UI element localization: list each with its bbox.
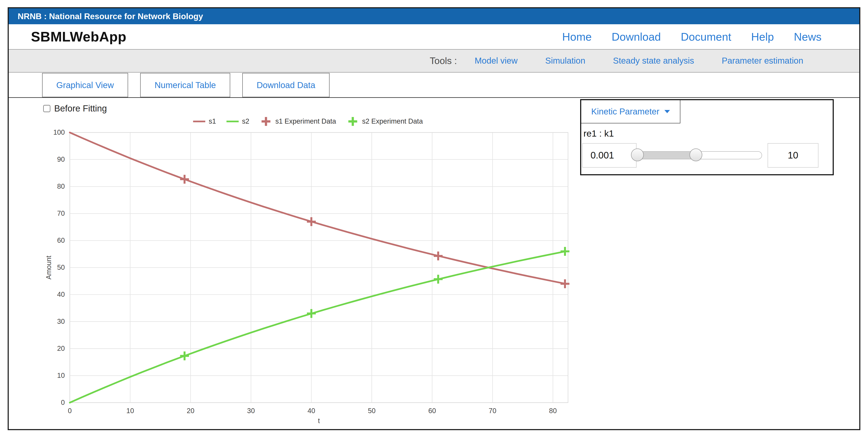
nav-document[interactable]: Document <box>681 30 731 43</box>
before-fitting-checkbox[interactable] <box>43 105 51 112</box>
svg-text:80: 80 <box>57 183 65 190</box>
nav-news[interactable]: News <box>794 30 822 43</box>
legend-plus-swatch <box>346 117 359 126</box>
tool-parameter-estimation[interactable]: Parameter estimation <box>722 56 803 66</box>
svg-text:80: 80 <box>549 407 557 415</box>
svg-text:50: 50 <box>368 407 375 415</box>
site-banner-title: NRNB : National Resource for Network Bio… <box>18 12 203 21</box>
legend-item-s1-experiment-data[interactable]: s1 Experiment Data <box>259 117 336 126</box>
slider-handle-low[interactable] <box>631 149 644 161</box>
slider-handle-high[interactable] <box>689 149 702 161</box>
chart-grid <box>70 132 568 403</box>
simulation-chart: 010203040506070800102030405060708090100t… <box>42 128 574 427</box>
svg-text:40: 40 <box>307 407 315 415</box>
app-title: SBMLWebApp <box>31 29 126 45</box>
browser-content-frame: NRNB : National Resource for Network Bio… <box>8 7 860 430</box>
series-s1-experiment-data <box>180 175 569 288</box>
legend-plus-swatch <box>259 117 273 126</box>
svg-text:100: 100 <box>53 128 65 136</box>
tab-strip: Graphical View Numerical Table Download … <box>9 72 859 98</box>
svg-text:70: 70 <box>57 210 65 217</box>
page-root: NRNB : National Resource for Network Bio… <box>0 7 868 430</box>
tool-simulation[interactable]: Simulation <box>545 56 585 66</box>
svg-text:10: 10 <box>126 407 134 415</box>
nav-download[interactable]: Download <box>612 30 661 43</box>
legend-item-s2-experiment-data[interactable]: s2 Experiment Data <box>346 117 423 126</box>
tool-model-view[interactable]: Model view <box>475 56 518 66</box>
kinetic-parameter-panel: Kinetic Parameter re1 : k1 <box>580 99 834 175</box>
svg-text:60: 60 <box>57 237 65 244</box>
tools-label: Tools : <box>430 56 457 66</box>
site-banner: NRNB : National Resource for Network Bio… <box>9 8 859 24</box>
svg-text:50: 50 <box>57 263 65 271</box>
svg-text:60: 60 <box>428 407 436 415</box>
main-nav: Home Download Document Help News <box>562 30 859 43</box>
svg-text:90: 90 <box>57 156 65 163</box>
chart-area: s1s2s1 Experiment Datas2 Experiment Data… <box>42 115 574 429</box>
nav-home[interactable]: Home <box>562 30 592 43</box>
main-content: Graphical View Numerical Table Download … <box>9 72 859 430</box>
svg-text:10: 10 <box>57 372 65 379</box>
series-s2-experiment-data <box>180 247 569 360</box>
svg-text:20: 20 <box>57 345 65 352</box>
legend-label: s1 Experiment Data <box>275 118 336 125</box>
svg-text:30: 30 <box>57 318 65 325</box>
svg-text:70: 70 <box>489 407 496 415</box>
chart-tick-labels: 010203040506070800102030405060708090100 <box>53 128 557 415</box>
nav-help[interactable]: Help <box>751 30 774 43</box>
parameter-name: re1 : k1 <box>584 128 833 139</box>
svg-text:20: 20 <box>187 407 194 415</box>
legend-item-s1[interactable]: s1 <box>192 117 216 126</box>
tab-download-data[interactable]: Download Data <box>242 73 330 97</box>
legend-line-swatch <box>226 117 239 126</box>
parameter-min-input[interactable] <box>582 143 637 167</box>
series-s1 <box>70 132 565 284</box>
chevron-down-icon <box>664 110 670 113</box>
svg-text:40: 40 <box>57 291 65 298</box>
kinetic-parameter-dropdown[interactable]: Kinetic Parameter <box>581 100 680 123</box>
tool-steady-state-analysis[interactable]: Steady state analysis <box>613 56 694 66</box>
svg-text:0: 0 <box>68 407 72 415</box>
x-axis-label: t <box>318 417 320 424</box>
legend-item-s2[interactable]: s2 <box>226 117 249 126</box>
legend-label: s2 <box>242 118 249 125</box>
before-fitting-label: Before Fitting <box>54 103 107 114</box>
svg-text:0: 0 <box>61 399 65 406</box>
legend-label: s2 Experiment Data <box>362 118 423 125</box>
parameter-max-input[interactable] <box>768 143 818 167</box>
tools-bar: Tools : Model view Simulation Steady sta… <box>9 49 859 72</box>
tab-numerical-table[interactable]: Numerical Table <box>140 73 230 97</box>
y-axis-label: Amount <box>45 256 52 280</box>
tab-graphical-view[interactable]: Graphical View <box>42 73 128 97</box>
tools-links: Model view Simulation Steady state analy… <box>475 56 803 66</box>
chart-legend: s1s2s1 Experiment Datas2 Experiment Data <box>42 115 574 128</box>
svg-text:30: 30 <box>247 407 255 415</box>
parameter-range-slider[interactable] <box>632 151 762 159</box>
legend-label: s1 <box>209 118 216 125</box>
slider-fill <box>639 152 698 159</box>
parameter-slider-row <box>582 143 830 167</box>
legend-line-swatch <box>192 117 206 126</box>
app-header: SBMLWebApp Home Download Document Help N… <box>9 24 859 49</box>
kinetic-parameter-dropdown-label: Kinetic Parameter <box>591 106 659 117</box>
series-s2 <box>70 251 565 403</box>
